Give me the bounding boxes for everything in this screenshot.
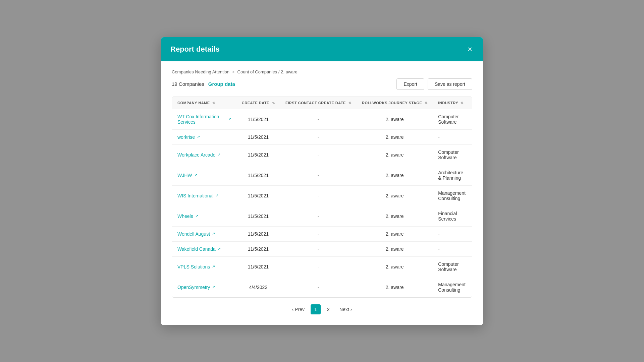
breadcrumb-part2: Count of Companies / 2. aware — [237, 69, 298, 74]
cell-rollworks: 2. aware — [357, 241, 433, 256]
cell-first-contact: - — [280, 144, 357, 165]
external-link-icon: ↗ — [215, 193, 218, 198]
cell-first-contact: - — [280, 206, 357, 226]
cell-company: Wendell August ↗ — [172, 226, 236, 241]
modal-header: Report details × — [161, 37, 483, 61]
table-row: Workplace Arcade ↗ 11/5/2021 - 2. aware … — [172, 144, 472, 165]
table-row: OpenSymmetry ↗ 4/4/2022 - 2. aware Manag… — [172, 277, 472, 297]
th-rollworks: ROLLWORKS JOURNEY STAGE ⇅ — [357, 97, 433, 109]
cell-industry: Management Consulting — [433, 277, 472, 297]
cell-company: VPLS Solutions ↗ — [172, 256, 236, 277]
cell-first-contact: - — [280, 129, 357, 144]
sort-icon-rollworks[interactable]: ⇅ — [425, 101, 428, 105]
modal-overlay: Report details × Companies Needing Atten… — [0, 0, 644, 362]
cell-create-date: 11/5/2021 — [236, 241, 280, 256]
external-link-icon: ↗ — [195, 214, 198, 218]
cell-first-contact: - — [280, 226, 357, 241]
cell-create-date: 11/5/2021 — [236, 129, 280, 144]
cell-company: Wakefield Canada ↗ — [172, 241, 236, 256]
chevron-right-icon: › — [351, 307, 352, 312]
close-button[interactable]: × — [466, 44, 474, 55]
cell-rollworks: 2. aware — [357, 256, 433, 277]
modal: Report details × Companies Needing Atten… — [161, 37, 483, 325]
table-row: VPLS Solutions ↗ 11/5/2021 - 2. aware Co… — [172, 256, 472, 277]
external-link-icon: ↗ — [218, 247, 221, 251]
cell-first-contact: - — [280, 109, 357, 129]
next-button[interactable]: Next › — [336, 305, 355, 314]
save-as-report-button[interactable]: Save as report — [428, 78, 472, 90]
table-row: Wheels ↗ 11/5/2021 - 2. aware Financial … — [172, 206, 472, 226]
company-link[interactable]: workrise ↗ — [177, 134, 231, 140]
th-create-date: CREATE DATE ⇅ — [236, 97, 280, 109]
company-name: Wendell August — [177, 231, 210, 237]
cell-industry: Computer Software — [433, 109, 472, 129]
count-label: 19 Companies — [172, 81, 204, 87]
cell-create-date: 4/4/2022 — [236, 277, 280, 297]
external-link-icon: ↗ — [197, 135, 200, 139]
cell-company: Workplace Arcade ↗ — [172, 144, 236, 165]
cell-industry: Computer Software — [433, 144, 472, 165]
company-link[interactable]: WIS International ↗ — [177, 193, 231, 198]
toolbar-right: Export Save as report — [396, 78, 472, 90]
external-link-icon: ↗ — [212, 264, 215, 269]
th-first-contact: FIRST CONTACT CREATE DATE ⇅ — [280, 97, 357, 109]
company-link[interactable]: VPLS Solutions ↗ — [177, 264, 231, 269]
company-name: WIS International — [177, 193, 213, 198]
table-container: COMPANY NAME ⇅ CREATE DATE ⇅ FIRST CONTA… — [172, 97, 472, 298]
modal-body: Companies Needing Attention > Count of C… — [161, 61, 483, 325]
page-2-button[interactable]: 2 — [323, 304, 333, 314]
table-row: workrise ↗ 11/5/2021 - 2. aware - — [172, 129, 472, 144]
sort-icon-industry[interactable]: ⇅ — [461, 101, 464, 105]
modal-title: Report details — [170, 45, 220, 54]
cell-create-date: 11/5/2021 — [236, 165, 280, 185]
cell-create-date: 11/5/2021 — [236, 144, 280, 165]
company-name: WJHW — [177, 173, 192, 178]
cell-create-date: 11/5/2021 — [236, 185, 280, 206]
chevron-left-icon: ‹ — [292, 307, 294, 312]
cell-first-contact: - — [280, 241, 357, 256]
company-link[interactable]: Wheels ↗ — [177, 214, 231, 219]
cell-rollworks: 2. aware — [357, 185, 433, 206]
external-link-icon: ↗ — [194, 173, 197, 177]
external-link-icon: ↗ — [212, 285, 215, 289]
company-name: Wheels — [177, 214, 193, 219]
company-link[interactable]: OpenSymmetry ↗ — [177, 285, 231, 290]
cell-rollworks: 2. aware — [357, 277, 433, 297]
company-link[interactable]: WT Cox Information Services ↗ — [177, 114, 231, 125]
breadcrumb: Companies Needing Attention > Count of C… — [172, 69, 472, 74]
company-link[interactable]: WJHW ↗ — [177, 173, 231, 178]
cell-first-contact: - — [280, 277, 357, 297]
company-link[interactable]: Wendell August ↗ — [177, 231, 231, 237]
group-data-link[interactable]: Group data — [208, 81, 235, 87]
external-link-icon: ↗ — [212, 232, 215, 236]
company-name: OpenSymmetry — [177, 285, 210, 290]
sort-icon-first[interactable]: ⇅ — [348, 101, 352, 105]
cell-first-contact: - — [280, 185, 357, 206]
company-name: WT Cox Information Services — [177, 114, 226, 125]
cell-company: WIS International ↗ — [172, 185, 236, 206]
cell-industry: Management Consulting — [433, 185, 472, 206]
company-link[interactable]: Wakefield Canada ↗ — [177, 246, 231, 252]
sort-icon-create[interactable]: ⇅ — [272, 101, 275, 105]
cell-first-contact: - — [280, 165, 357, 185]
company-name: Wakefield Canada — [177, 246, 216, 252]
page-1-button[interactable]: 1 — [311, 304, 321, 314]
company-link[interactable]: Workplace Arcade ↗ — [177, 152, 231, 158]
prev-button[interactable]: ‹ Prev — [289, 305, 308, 314]
cell-create-date: 11/5/2021 — [236, 256, 280, 277]
cell-company: WT Cox Information Services ↗ — [172, 109, 236, 129]
table-row: Wakefield Canada ↗ 11/5/2021 - 2. aware … — [172, 241, 472, 256]
cell-company: workrise ↗ — [172, 129, 236, 144]
cell-industry: Computer Software — [433, 256, 472, 277]
sort-icon-company[interactable]: ⇅ — [212, 101, 215, 105]
company-name: workrise — [177, 134, 195, 140]
cell-rollworks: 2. aware — [357, 206, 433, 226]
companies-table: COMPANY NAME ⇅ CREATE DATE ⇅ FIRST CONTA… — [172, 97, 472, 297]
cell-industry: - — [433, 129, 472, 144]
breadcrumb-part1: Companies Needing Attention — [172, 69, 229, 74]
pagination: ‹ Prev 1 2 Next › — [172, 298, 472, 317]
cell-company: OpenSymmetry ↗ — [172, 277, 236, 297]
export-button[interactable]: Export — [396, 78, 424, 90]
cell-rollworks: 2. aware — [357, 165, 433, 185]
table-row: WIS International ↗ 11/5/2021 - 2. aware… — [172, 185, 472, 206]
